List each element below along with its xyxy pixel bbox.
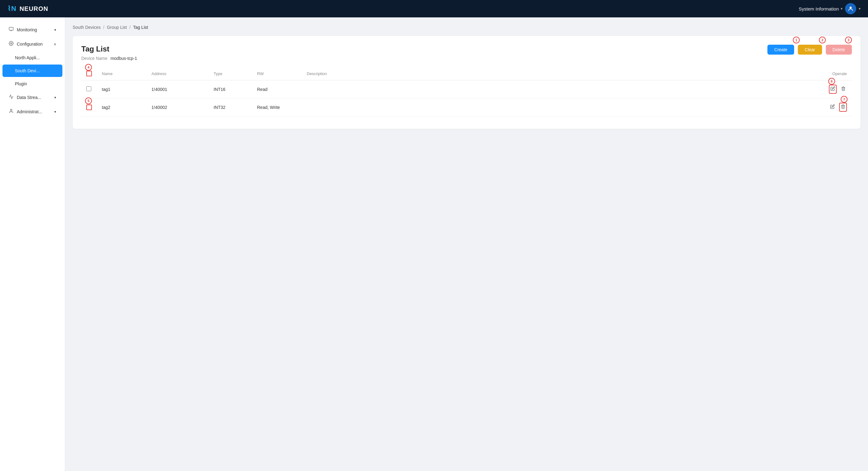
create-button[interactable]: Create xyxy=(767,45,794,55)
sidebar-item-north-appli[interactable]: North Appli... xyxy=(2,52,62,64)
card-header-left: Tag List Device Name modbus-tcp-1 xyxy=(81,45,137,61)
sidebar-item-monitoring[interactable]: Monitoring ▾ xyxy=(2,23,62,37)
page-title: Tag List xyxy=(81,45,137,54)
row2-operate: 7 xyxy=(364,98,852,116)
sidebar-item-label: Data Strea... xyxy=(17,95,41,100)
col-header-name: Name xyxy=(97,67,147,80)
app-name: NEURON xyxy=(20,5,49,12)
sidebar-item-plugin[interactable]: Plugin xyxy=(2,77,62,90)
sidebar: Monitoring ▾ Configuration ∧ North Appli… xyxy=(0,18,65,471)
row1-delete-icon[interactable] xyxy=(840,85,847,93)
user-chevron: ▾ xyxy=(859,6,861,11)
sidebar-item-label: Monitoring xyxy=(17,27,37,32)
sidebar-item-label: Administrat... xyxy=(17,109,42,114)
row2-name: tag2 xyxy=(97,98,147,116)
card-header: Tag List Device Name modbus-tcp-1 1 2 3 … xyxy=(81,45,852,61)
row1-checkbox[interactable] xyxy=(86,86,91,91)
clear-button[interactable]: Clear xyxy=(798,45,822,55)
device-name-row: Device Name modbus-tcp-1 xyxy=(81,56,137,61)
annot-header-checkbox: 4 xyxy=(85,64,92,71)
sidebar-item-label: Configuration xyxy=(17,41,42,46)
row1-edit-icon[interactable] xyxy=(829,85,837,94)
app-logo[interactable]: ⌇N NEURON xyxy=(7,5,49,13)
sys-info-label: System Information xyxy=(799,6,839,11)
row1-operate-icons: 6 xyxy=(369,85,847,94)
tag-table: 4 Name Address Type RW Description Opera… xyxy=(81,67,852,116)
svg-point-3 xyxy=(10,109,12,111)
col-header-operate: Operate xyxy=(364,67,852,80)
administrat-icon xyxy=(9,109,14,115)
breadcrumb-sep-2: / xyxy=(129,25,131,30)
row1-description xyxy=(302,80,364,98)
row2-description xyxy=(302,98,364,116)
user-avatar[interactable] xyxy=(845,3,856,14)
breadcrumb-south-devices[interactable]: South Devices xyxy=(73,25,101,30)
config-chevron: ∧ xyxy=(54,42,56,46)
breadcrumb: South Devices / Group List / Tag List xyxy=(73,25,861,30)
logo-icon: ⌇N xyxy=(7,5,17,13)
col-header-description: Description xyxy=(302,67,364,80)
svg-rect-1 xyxy=(9,27,13,30)
delete-button[interactable]: Delete xyxy=(826,45,852,55)
table-header-row: 4 Name Address Type RW Description Opera… xyxy=(81,67,852,80)
svg-point-0 xyxy=(850,6,852,9)
sys-info-button[interactable]: System Information ▾ xyxy=(799,6,842,11)
table-row: 5 tag2 1!40002 INT32 Read, Write xyxy=(81,98,852,116)
row2-rw: Read, Write xyxy=(252,98,302,116)
main-content: South Devices / Group List / Tag List Ta… xyxy=(65,18,868,471)
configuration-icon xyxy=(9,41,14,47)
table-row: tag1 1!40001 INT16 Read 6 xyxy=(81,80,852,98)
breadcrumb-group-list[interactable]: Group List xyxy=(107,25,127,30)
monitoring-icon xyxy=(9,27,14,33)
col-header-rw: RW xyxy=(252,67,302,80)
row2-address: 1!40002 xyxy=(147,98,209,116)
administrat-chevron: ▾ xyxy=(54,110,56,114)
row2-checkbox[interactable] xyxy=(86,105,92,110)
annot-delete: 3 xyxy=(845,37,852,43)
header-checkbox[interactable] xyxy=(86,71,92,76)
data-stream-icon xyxy=(9,94,14,101)
row2-operate-icons: 7 xyxy=(369,103,847,112)
sidebar-item-data-stream[interactable]: Data Strea... ▾ xyxy=(2,91,62,104)
row1-operate: 6 xyxy=(364,80,852,98)
row2-delete-icon[interactable] xyxy=(839,103,847,112)
tag-list-card: Tag List Device Name modbus-tcp-1 1 2 3 … xyxy=(73,36,861,129)
monitoring-chevron: ▾ xyxy=(54,28,56,32)
annot-row2-checkbox: 5 xyxy=(85,97,92,104)
svg-point-2 xyxy=(10,43,12,44)
breadcrumb-tag-list: Tag List xyxy=(133,25,148,30)
col-header-address: Address xyxy=(147,67,209,80)
sidebar-item-administrat[interactable]: Administrat... ▾ xyxy=(2,105,62,119)
data-stream-chevron: ▾ xyxy=(54,96,56,100)
sidebar-item-configuration[interactable]: Configuration ∧ xyxy=(2,37,62,51)
row1-type: INT16 xyxy=(209,80,252,98)
annot-create: 1 xyxy=(793,37,800,43)
top-navbar: ⌇N NEURON System Information ▾ ▾ xyxy=(0,0,868,18)
sidebar-item-label: North Appli... xyxy=(15,55,40,60)
header-checkbox-cell: 4 xyxy=(81,67,97,80)
col-header-type: Type xyxy=(209,67,252,80)
sidebar-item-south-devi[interactable]: South Devi... xyxy=(2,65,62,77)
annot-clear: 2 xyxy=(819,37,826,43)
row2-edit-icon[interactable] xyxy=(829,103,836,111)
row2-type: INT32 xyxy=(209,98,252,116)
device-name-value: modbus-tcp-1 xyxy=(111,56,137,61)
row1-name: tag1 xyxy=(97,80,147,98)
device-name-label: Device Name xyxy=(81,56,107,61)
breadcrumb-sep-1: / xyxy=(103,25,104,30)
row1-address: 1!40001 xyxy=(147,80,209,98)
sys-info-chevron: ▾ xyxy=(841,6,842,11)
sidebar-item-label: South Devi... xyxy=(15,68,40,73)
row1-rw: Read xyxy=(252,80,302,98)
sidebar-item-label: Plugin xyxy=(15,81,27,86)
topnav-right: System Information ▾ ▾ xyxy=(799,3,861,14)
row2-checkbox-cell: 5 xyxy=(81,98,97,116)
action-buttons: 1 2 3 Create Clear Delete xyxy=(767,45,852,55)
row1-checkbox-cell xyxy=(81,80,97,98)
